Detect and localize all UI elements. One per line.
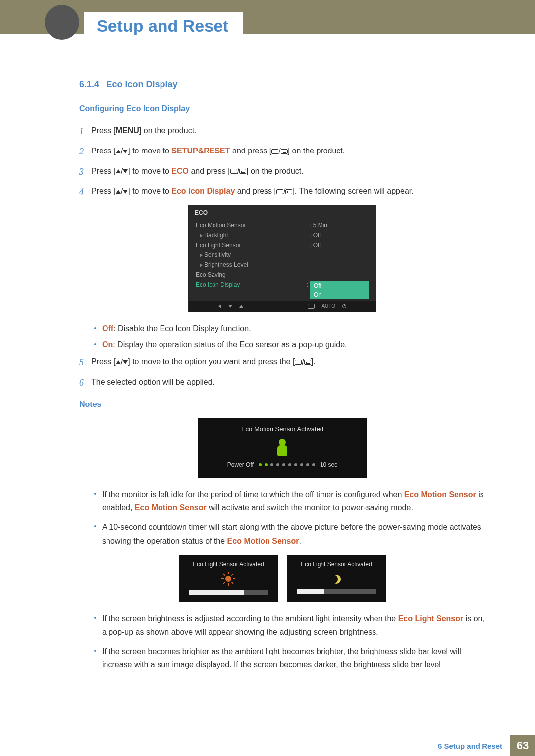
light-popup-moon: Eco Light Sensor Activated xyxy=(287,555,386,602)
notes-list-2: If the screen brightness is adjusted acc… xyxy=(92,612,485,672)
up-icon xyxy=(239,305,243,308)
note-bullet: If the screen becomes brighter as the am… xyxy=(92,645,485,671)
up-down-icon: / xyxy=(116,165,128,178)
header: Setup and Reset xyxy=(0,0,535,40)
content: 6.1.4 Eco Icon Display Configuring Eco I… xyxy=(79,79,485,671)
osd-row-backlight: BacklightOff xyxy=(189,230,376,240)
step-text: Press [/] to move to SETUP&RESET and pre… xyxy=(91,145,345,159)
eco-icon-display-keyword: Eco Icon Display xyxy=(171,187,235,195)
step-2: 2 Press [/] to move to SETUP&RESET and p… xyxy=(79,145,485,159)
person-icon xyxy=(277,439,288,455)
step-4: 4 Press [/] to move to Eco Icon Display … xyxy=(79,185,485,199)
up-down-icon: / xyxy=(116,185,128,198)
submenu-arrow-icon xyxy=(200,263,203,267)
chapter-circle-icon xyxy=(45,5,79,40)
power-icon xyxy=(342,304,346,308)
osd-option-off: Off xyxy=(310,281,369,290)
note-bullet: A 10-second countdown timer will start a… xyxy=(92,520,485,547)
down-icon xyxy=(228,305,232,308)
up-down-icon: / xyxy=(116,145,128,158)
brightness-bar xyxy=(189,590,268,595)
step-3: 3 Press [/] to move to ECO and press [/]… xyxy=(79,165,485,179)
steps-list-cont: 5 Press [/] to move to the option you wa… xyxy=(79,355,485,390)
step-1: 1 Press [MENU] on the product. xyxy=(79,124,485,139)
osd-menu: ECO Eco Motion Sensor5 Min BacklightOff … xyxy=(188,205,376,312)
up-down-icon: / xyxy=(116,356,128,369)
osd-row-eco-light: Eco Light SensorOff xyxy=(189,240,376,250)
auto-label: AUTO xyxy=(321,303,335,309)
steps-list: 1 Press [MENU] on the product. 2 Press [… xyxy=(79,124,485,199)
source-enter-icon: / xyxy=(271,145,287,158)
page: Setup and Reset 6.1.4 Eco Icon Display C… xyxy=(0,0,535,756)
motion-popup: Eco Motion Sensor Activated Power Off 10… xyxy=(198,418,367,478)
step-5: 5 Press [/] to move to the option you wa… xyxy=(79,355,485,370)
step-number: 1 xyxy=(79,124,91,139)
option-list: Off: Disable the Eco Icon Display functi… xyxy=(92,322,485,351)
section-title: Eco Icon Display xyxy=(107,79,178,89)
header-title: Setup and Reset xyxy=(84,12,243,40)
option-on: On: Display the operation status of the … xyxy=(92,338,485,351)
osd-footer: AUTO xyxy=(189,301,376,312)
step-text: Press [/] to move to ECO and press [/] o… xyxy=(91,165,304,179)
light-popup-title: Eco Light Sensor Activated xyxy=(185,561,271,568)
motion-popup-title: Eco Motion Sensor Activated xyxy=(208,425,357,433)
moon-icon xyxy=(332,575,341,584)
section-number: 6.1.4 xyxy=(79,79,99,89)
step-number: 4 xyxy=(79,185,91,199)
footer-page-number: 63 xyxy=(510,735,535,756)
source-icon xyxy=(308,304,315,309)
footer-chapter: 6 Setup and Reset xyxy=(438,742,510,750)
source-enter-icon: / xyxy=(230,165,246,178)
light-popup-title: Eco Light Sensor Activated xyxy=(293,561,379,568)
osd-row-eco-motion: Eco Motion Sensor5 Min xyxy=(189,220,376,230)
osd-dropdown: Off On xyxy=(310,281,369,299)
note-bullet: If the screen brightness is adjusted acc… xyxy=(92,612,485,639)
osd-row-brightness: Brightness Level xyxy=(189,260,376,270)
step-number: 5 xyxy=(79,355,91,370)
osd-row-sensitivity: Sensitivity xyxy=(189,250,376,260)
note-bullet: If the monitor is left idle for the peri… xyxy=(92,488,485,514)
submenu-arrow-icon xyxy=(200,253,203,257)
left-icon xyxy=(218,304,221,308)
step-number: 3 xyxy=(79,165,91,179)
countdown-row: Power Off 10 sec xyxy=(208,461,357,468)
osd-row-eco-icon-display: Eco Icon Display : Off On xyxy=(189,280,376,301)
notes-heading: Notes xyxy=(79,400,485,409)
step-text: Press [/] to move to Eco Icon Display an… xyxy=(91,185,414,199)
section-header: 6.1.4 Eco Icon Display xyxy=(79,79,485,90)
setup-reset-keyword: SETUP&RESET xyxy=(171,147,230,155)
source-enter-icon: / xyxy=(276,185,292,198)
step-text: The selected option will be applied. xyxy=(91,376,214,390)
brightness-bar xyxy=(297,589,376,594)
osd-row-eco-saving: Eco Saving xyxy=(189,270,376,280)
osd-menu-title: ECO xyxy=(189,205,376,220)
sun-icon xyxy=(221,572,235,586)
submenu-arrow-icon xyxy=(200,234,203,238)
source-enter-icon: / xyxy=(295,356,311,369)
footer: 6 Setup and Reset 63 xyxy=(0,735,535,756)
option-off: Off: Disable the Eco Icon Display functi… xyxy=(92,322,485,335)
light-popups: Eco Light Sensor Activated Eco Light Sen… xyxy=(79,555,485,602)
step-text: Press [/] to move to the option you want… xyxy=(91,355,316,370)
notes-list-1: If the monitor is left idle for the peri… xyxy=(92,488,485,548)
subheading: Configuring Eco Icon Display xyxy=(79,104,485,113)
eco-keyword: ECO xyxy=(171,167,189,175)
header-stripe xyxy=(0,0,535,34)
step-6: 6 The selected option will be applied. xyxy=(79,376,485,390)
light-popup-sun: Eco Light Sensor Activated xyxy=(179,555,278,602)
step-text: Press [MENU] on the product. xyxy=(91,124,197,139)
osd-option-on: On xyxy=(310,290,369,299)
step-number: 6 xyxy=(79,376,91,390)
step-number: 2 xyxy=(79,145,91,159)
menu-key: MENU xyxy=(116,126,139,135)
